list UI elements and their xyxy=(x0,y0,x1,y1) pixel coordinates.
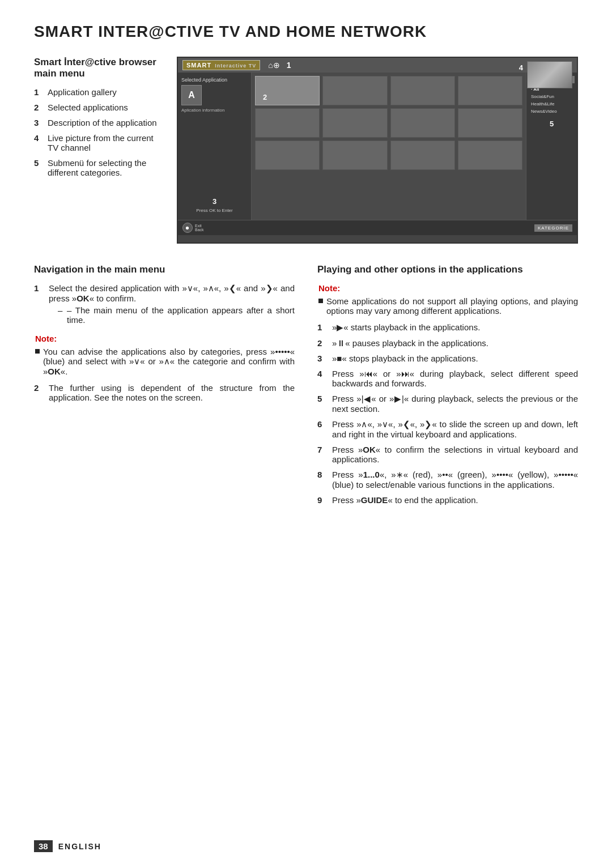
item-text: Press »⏮« or »⏭« during playback, select… xyxy=(332,369,578,388)
item-number: 4 xyxy=(34,133,43,152)
item-text: »▶« starts playback in the applications. xyxy=(332,322,480,333)
list-item: 6 Press »∧«, »∨«, »❮«, »❯« to slide the … xyxy=(317,419,578,439)
home-icon: ⌂⊕ xyxy=(268,61,279,70)
item-number: 2 xyxy=(34,103,43,112)
tv-main-area: Selected Application A Aplication inform… xyxy=(178,73,577,220)
list-item: 2 The further using is dependent of the … xyxy=(34,383,295,402)
bullet-icon xyxy=(35,349,40,354)
list-item: 4 Live picture from the current TV chann… xyxy=(34,133,159,152)
kategorie-item: News&Video xyxy=(529,108,575,115)
item-text: Submenü for selecting the different cate… xyxy=(48,158,159,177)
tv-logo: SMART Interactive TV xyxy=(182,60,260,70)
top-section: Smart İnter@ctive browser main menu 1 Ap… xyxy=(34,57,578,244)
item-number: 4 xyxy=(317,369,326,388)
kategorie-item: Social&Fun xyxy=(529,93,575,100)
grid-cell xyxy=(322,141,387,170)
browser-menu-heading: Smart İnter@ctive browser main menu xyxy=(34,57,159,79)
grid-cell xyxy=(322,76,387,105)
grid-cell xyxy=(458,76,522,105)
item-number: 3 xyxy=(317,354,326,363)
bullet-icon xyxy=(318,299,323,303)
press-ok-label: Press OK to Enter xyxy=(181,208,248,213)
note-block: Note: Some applications do not support a… xyxy=(317,283,578,316)
playing-list: 1 »▶« starts playback in the application… xyxy=(317,322,578,505)
list-item: 1 »▶« starts playback in the application… xyxy=(317,322,578,333)
item-number: 2 xyxy=(317,338,326,348)
page-number: 38 xyxy=(34,840,53,852)
item-number: 2 xyxy=(34,383,43,402)
page-title: SMART INTER@CTIVE TV AND HOME NETWORK xyxy=(34,23,578,41)
tv-thumbnail xyxy=(527,61,572,88)
browser-menu-list: Smart İnter@ctive browser main menu 1 Ap… xyxy=(34,57,159,244)
kategorie-item: Health&Life xyxy=(529,100,575,108)
item-text: Press »|◀« or »▶|« during playback, sele… xyxy=(332,394,578,414)
item-text: »■« stops playback in the applications. xyxy=(332,354,478,363)
item-number: 5 xyxy=(317,394,326,414)
tv-top-bar: SMART Interactive TV ⌂⊕ 1 xyxy=(178,58,577,73)
tv-screen-mockup: SMART Interactive TV ⌂⊕ 1 4 2 Selected A… xyxy=(177,57,578,244)
note-block: Note: You can advise the applications al… xyxy=(34,334,295,376)
note-label: Note: xyxy=(35,334,295,343)
list-item: 7 Press »OK« to confirm the selections i… xyxy=(317,445,578,464)
list-item: 4 Press »⏮« or »⏭« during playback, sele… xyxy=(317,369,578,388)
item-text: Selected applications xyxy=(48,103,128,112)
exit-label: Exit xyxy=(195,224,204,228)
kategorie-button: KATEGORİE xyxy=(534,224,572,232)
item-text: Press »∧«, »∨«, »❮«, »❯« to slide the sc… xyxy=(332,419,578,439)
item-number: 5 xyxy=(34,158,43,177)
item-text: Application gallery xyxy=(48,87,117,97)
list-item: 2 »⏸« pauses playback in the application… xyxy=(317,338,578,348)
browser-menu-items: 1 Application gallery 2 Selected applica… xyxy=(34,87,159,177)
item-number: 1 xyxy=(317,322,326,333)
note-bullet: Some applications do not support all pla… xyxy=(318,296,578,316)
nav-list-2: 2 The further using is dependent of the … xyxy=(34,383,295,402)
sub-item: – – The main menu of the application app… xyxy=(58,305,295,325)
grid-cell xyxy=(458,141,522,170)
item-text: Press »1...0«, »∗« (red), »••« (green), … xyxy=(332,470,578,490)
playing-section: Playing and other options in the applica… xyxy=(317,264,578,514)
item-text: Description of the application xyxy=(48,118,157,127)
grid-cell xyxy=(390,108,455,138)
selected-app-label: Selected Application xyxy=(181,77,248,83)
grid-cell xyxy=(322,108,387,138)
item-number: 9 xyxy=(317,495,326,505)
language-label: ENGLISH xyxy=(58,842,101,851)
list-item: 5 Press »|◀« or »▶|« during playback, se… xyxy=(317,394,578,414)
back-label: Back xyxy=(195,228,204,232)
list-item: 2 Selected applications xyxy=(34,103,159,112)
nav-list: 1 Select the desired application with »∨… xyxy=(34,283,295,325)
item-text: Select the desired application with »∨«,… xyxy=(49,283,295,325)
tv-back-button: ⏺ Exit Back xyxy=(182,223,204,233)
label-5: 5 xyxy=(529,120,575,128)
back-circle-icon: ⏺ xyxy=(182,223,193,233)
navigation-section: Navigation in the main menu 1 Select the… xyxy=(34,264,295,514)
grid-cell xyxy=(458,108,522,138)
tv-back-labels: Exit Back xyxy=(195,224,204,232)
grid-cell xyxy=(255,108,320,138)
tv-app-info-label: Aplication information xyxy=(181,108,248,113)
item-text: »⏸« pauses playback in the applications. xyxy=(332,338,488,348)
list-item: 9 Press »GUIDE« to end the application. xyxy=(317,495,578,505)
bottom-sections: Navigation in the main menu 1 Select the… xyxy=(34,264,578,514)
item-number: 1 xyxy=(34,283,43,325)
note-label: Note: xyxy=(318,283,578,293)
item-text: The further using is dependent of the st… xyxy=(49,383,295,402)
list-item: 1 Application gallery xyxy=(34,87,159,97)
tv-grid-area xyxy=(252,73,526,220)
list-item: 1 Select the desired application with »∨… xyxy=(34,283,295,325)
item-number: 7 xyxy=(317,445,326,464)
tv-app-icon: A xyxy=(181,85,202,105)
page-footer: 38 ENGLISH xyxy=(34,840,101,852)
playing-heading: Playing and other options in the applica… xyxy=(317,264,578,275)
tv-logo-sub: Interactive TV xyxy=(215,63,256,69)
tv-left-panel: Selected Application A Aplication inform… xyxy=(178,73,252,220)
tv-right-panel: KATEGORİE · All Social&Fun Health&Life N… xyxy=(526,73,577,220)
note-bullet: You can advise the applications also by … xyxy=(35,347,295,376)
nav-heading: Navigation in the main menu xyxy=(34,264,295,275)
item-number: 8 xyxy=(317,470,326,490)
list-item: 3 Description of the application xyxy=(34,118,159,127)
item-number: 1 xyxy=(34,87,43,97)
list-item: 3 »■« stops playback in the applications… xyxy=(317,354,578,363)
label-2: 2 xyxy=(263,93,267,101)
tv-bottom-bar: ⏺ Exit Back KATEGORİE xyxy=(178,220,577,235)
